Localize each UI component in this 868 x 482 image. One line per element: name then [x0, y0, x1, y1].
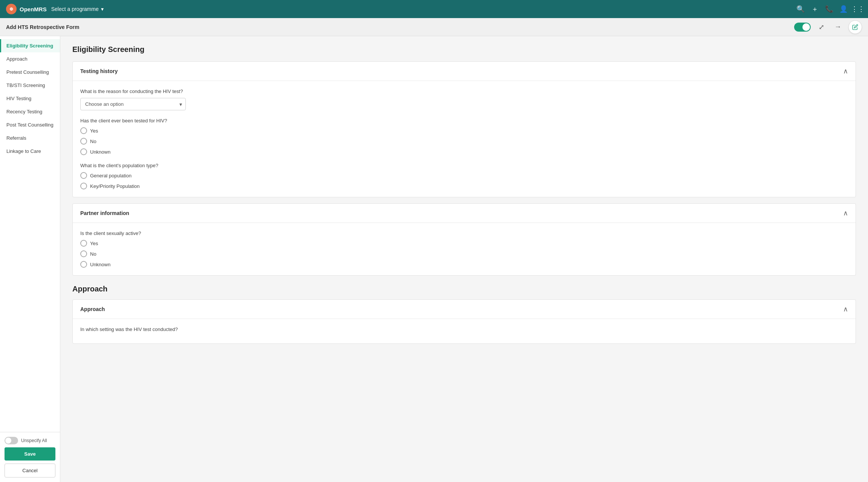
sexually-active-yes-label: Yes	[90, 241, 98, 246]
sidebar-item-approach[interactable]: Approach	[0, 52, 60, 66]
radio-circle	[80, 240, 87, 247]
population-type-radio-group: General population Key/Priority Populati…	[80, 172, 848, 189]
population-key-priority[interactable]: Key/Priority Population	[80, 183, 848, 189]
sexually-active-label: Is the client sexually active?	[80, 230, 848, 236]
search-icon[interactable]: 🔍	[796, 5, 805, 13]
partner-information-chevron: ∧	[843, 209, 848, 217]
sidebar-item-eligibility-screening[interactable]: Eligibility Screening	[0, 39, 60, 52]
partner-information-section: Partner information ∧ Is the client sexu…	[72, 203, 856, 276]
sidebar-item-post-test-counselling[interactable]: Post Test Counselling	[0, 118, 60, 131]
sexually-active-no[interactable]: No	[80, 250, 848, 257]
sidebar-navigation: Eligibility Screening Approach Pretest C…	[0, 39, 60, 432]
reason-select-wrapper: Choose an option Routine Self request Co…	[80, 98, 186, 110]
edit-button[interactable]	[848, 20, 862, 34]
population-type-label: What is the client's population type?	[80, 163, 848, 168]
sidebar-item-recency-testing[interactable]: Recency Testing	[0, 105, 60, 118]
radio-circle	[80, 183, 87, 189]
radio-circle	[80, 138, 87, 145]
programme-selector[interactable]: Select a programme ▾	[51, 6, 104, 12]
cancel-button[interactable]: Cancel	[5, 464, 55, 477]
partner-information-title: Partner information	[80, 210, 129, 216]
population-type-question: What is the client's population type? Ge…	[80, 163, 848, 189]
radio-circle	[80, 250, 87, 257]
sexually-active-unknown[interactable]: Unknown	[80, 261, 848, 268]
app-name: OpenMRS	[20, 6, 47, 12]
approach-chevron: ∧	[843, 305, 848, 313]
programme-label: Select a programme	[51, 6, 99, 12]
sidebar-item-pretest-counselling[interactable]: Pretest Counselling	[0, 66, 60, 79]
sidebar-bottom: Unspecify All Save Cancel	[0, 432, 60, 482]
logo-icon: ⊕	[6, 4, 17, 14]
ever-tested-no[interactable]: No	[80, 138, 848, 145]
radio-circle	[80, 148, 87, 155]
sidebar: Eligibility Screening Approach Pretest C…	[0, 36, 60, 482]
approach-title: Approach	[72, 285, 856, 293]
reason-select[interactable]: Choose an option Routine Self request Co…	[80, 98, 186, 110]
user-icon[interactable]: 👤	[839, 5, 848, 13]
approach-section: Approach Approach ∧ In which setting was…	[72, 285, 856, 344]
content-area: Eligibility Screening Testing history ∧ …	[60, 36, 868, 482]
navigate-button[interactable]: →	[832, 21, 844, 33]
radio-circle	[80, 172, 87, 179]
menu-icon[interactable]: ⋮⋮	[854, 5, 862, 13]
approach-header[interactable]: Approach ∧	[73, 300, 856, 319]
approach-card: Approach ∧ In which setting was the HIV …	[72, 299, 856, 344]
testing-history-body: What is the reason for conducting the HI…	[73, 81, 856, 197]
hiv-test-setting-label: In which setting was the HIV test conduc…	[80, 326, 848, 332]
population-key-priority-label: Key/Priority Population	[90, 183, 140, 189]
save-button[interactable]: Save	[5, 447, 55, 461]
radio-circle	[80, 261, 87, 268]
sexually-active-yes[interactable]: Yes	[80, 240, 848, 247]
unspecify-label: Unspecify All	[21, 438, 47, 443]
top-navigation: ⊕ OpenMRS Select a programme ▾ 🔍 ＋ 📞 👤 ⋮…	[0, 0, 868, 18]
radio-circle	[80, 127, 87, 134]
sidebar-item-referrals[interactable]: Referrals	[0, 131, 60, 145]
population-general-label: General population	[90, 173, 132, 178]
main-layout: Eligibility Screening Approach Pretest C…	[0, 36, 868, 482]
add-icon[interactable]: ＋	[811, 5, 819, 13]
reason-hiv-test-question: What is the reason for conducting the HI…	[80, 88, 848, 110]
ever-tested-label: Has the client ever been tested for HIV?	[80, 118, 848, 124]
population-general[interactable]: General population	[80, 172, 848, 179]
partner-information-header[interactable]: Partner information ∧	[73, 204, 856, 223]
unspecify-toggle[interactable]	[5, 437, 18, 444]
hiv-test-setting-question: In which setting was the HIV test conduc…	[80, 326, 848, 332]
sexually-active-question: Is the client sexually active? Yes No	[80, 230, 848, 268]
toggle-switch[interactable]	[794, 23, 811, 32]
ever-tested-no-label: No	[90, 139, 96, 144]
unspecify-row: Unspecify All	[5, 437, 55, 444]
reason-hiv-test-label: What is the reason for conducting the HI…	[80, 88, 848, 94]
testing-history-header[interactable]: Testing history ∧	[73, 62, 856, 81]
ever-tested-unknown-label: Unknown	[90, 149, 110, 155]
testing-history-title: Testing history	[80, 68, 118, 74]
testing-history-chevron: ∧	[843, 67, 848, 75]
unspecify-knob	[5, 438, 11, 444]
sexually-active-no-label: No	[90, 251, 96, 257]
programme-arrow: ▾	[101, 6, 104, 12]
testing-history-section: Testing history ∧ What is the reason for…	[72, 61, 856, 197]
toggle-knob	[802, 23, 810, 31]
phone-icon[interactable]: 📞	[825, 5, 833, 13]
sexually-active-unknown-label: Unknown	[90, 262, 110, 267]
partner-information-body: Is the client sexually active? Yes No	[73, 223, 856, 275]
sexually-active-radio-group: Yes No Unknown	[80, 240, 848, 268]
ever-tested-question: Has the client ever been tested for HIV?…	[80, 118, 848, 155]
expand-button[interactable]: ⤢	[815, 21, 827, 33]
sidebar-item-hiv-testing[interactable]: HIV Testing	[0, 92, 60, 105]
approach-body: In which setting was the HIV test conduc…	[73, 319, 856, 343]
form-title: Add HTS Retrospective Form	[6, 24, 79, 30]
ever-tested-yes-label: Yes	[90, 128, 98, 134]
sidebar-item-tb-sti-screening[interactable]: TB/STI Screening	[0, 79, 60, 92]
form-toggle[interactable]	[794, 23, 811, 32]
app-logo: ⊕ OpenMRS	[6, 4, 47, 14]
ever-tested-radio-group: Yes No Unknown	[80, 127, 848, 155]
approach-subsection-title: Approach	[80, 306, 105, 312]
ever-tested-yes[interactable]: Yes	[80, 127, 848, 134]
page-title: Eligibility Screening	[72, 45, 856, 54]
sidebar-item-linkage-to-care[interactable]: Linkage to Care	[0, 145, 60, 158]
ever-tested-unknown[interactable]: Unknown	[80, 148, 848, 155]
sub-header: Add HTS Retrospective Form ⤢ →	[0, 18, 868, 36]
